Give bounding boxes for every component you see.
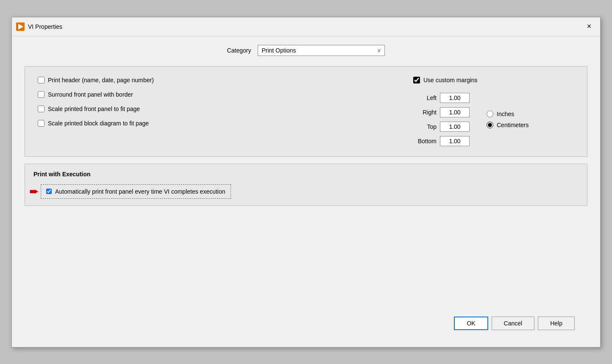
scale-block-diagram-row: Scale printed block diagram to fit page (38, 120, 388, 127)
top-margin-label: Top (413, 123, 437, 130)
centimeters-radio[interactable] (487, 122, 493, 128)
auto-print-checkbox[interactable] (46, 189, 52, 194)
category-selected-value: Print Options (261, 47, 296, 54)
auto-print-label[interactable]: Automatically print front panel every ti… (55, 188, 225, 195)
execution-checkbox-area: Automatically print front panel every ti… (41, 184, 231, 199)
centimeters-label[interactable]: Centimeters (497, 122, 529, 128)
title-bar-left: VI Properties (16, 22, 62, 31)
right-margin-row: Right (413, 107, 470, 117)
bottom-margin-input[interactable] (440, 136, 470, 146)
left-margin-input[interactable] (440, 93, 470, 103)
units-radio-group: Inches Centimeters (487, 111, 529, 128)
execution-title: Print with Execution (33, 171, 579, 178)
close-button[interactable]: × (583, 21, 595, 33)
footer: OK Cancel Help (25, 310, 587, 339)
centimeters-radio-row: Centimeters (487, 122, 529, 128)
right-margin-label: Right (413, 109, 437, 116)
category-label: Category (227, 47, 251, 54)
bottom-margin-label: Bottom (413, 138, 437, 144)
vi-properties-dialog: VI Properties × Category Print Options ∨… (11, 17, 601, 347)
custom-margins-header: Use custom margins (413, 77, 574, 83)
left-margin-row: Left (413, 93, 470, 103)
bottom-margin-row: Bottom (413, 136, 470, 146)
app-icon (16, 22, 25, 31)
top-margin-input[interactable] (440, 122, 470, 132)
use-custom-margins-checkbox[interactable] (413, 77, 420, 83)
left-margin-label: Left (413, 94, 437, 101)
surround-border-label[interactable]: Surround front panel with border (48, 91, 133, 98)
inches-radio[interactable] (487, 111, 493, 117)
right-panel: Use custom margins Left Right Top (413, 77, 574, 146)
title-bar: VI Properties × (12, 17, 600, 36)
print-header-label[interactable]: Print header (name, date, page number) (48, 77, 154, 83)
scale-front-panel-checkbox[interactable] (38, 106, 45, 112)
scale-block-diagram-label[interactable]: Scale printed block diagram to fit page (48, 120, 149, 127)
red-arrow-icon: ➨ (29, 186, 39, 197)
scale-front-panel-row: Scale printed front panel to fit page (38, 106, 388, 112)
top-margin-row: Top (413, 122, 470, 132)
print-header-checkbox[interactable] (38, 77, 45, 83)
surround-border-row: Surround front panel with border (38, 91, 388, 98)
surround-border-checkbox[interactable] (38, 91, 45, 98)
cancel-button[interactable]: Cancel (492, 317, 535, 330)
window-title: VI Properties (28, 23, 62, 30)
execution-panel: Print with Execution ➨ Automatically pri… (25, 164, 587, 206)
print-header-row: Print header (name, date, page number) (38, 77, 388, 83)
scale-block-diagram-checkbox[interactable] (38, 120, 45, 127)
right-margin-input[interactable] (440, 107, 470, 117)
dialog-body: Category Print Options ∨ Print header (n… (12, 36, 600, 347)
margins-and-radio: Left Right Top Bottom (413, 93, 574, 146)
left-panel: Print header (name, date, page number) S… (38, 77, 388, 146)
inches-label[interactable]: Inches (497, 111, 514, 117)
help-button[interactable]: Help (538, 317, 575, 330)
inches-radio-row: Inches (487, 111, 529, 117)
main-panel: Print header (name, date, page number) S… (25, 66, 587, 157)
chevron-down-icon: ∨ (377, 47, 381, 53)
scale-front-panel-label[interactable]: Scale printed front panel to fit page (48, 106, 140, 112)
use-custom-margins-label[interactable]: Use custom margins (423, 77, 478, 83)
category-dropdown[interactable]: Print Options ∨ (258, 45, 385, 56)
category-row: Category Print Options ∨ (25, 45, 587, 56)
ok-button[interactable]: OK (454, 317, 488, 330)
margins-grid: Left Right Top Bottom (413, 93, 470, 146)
